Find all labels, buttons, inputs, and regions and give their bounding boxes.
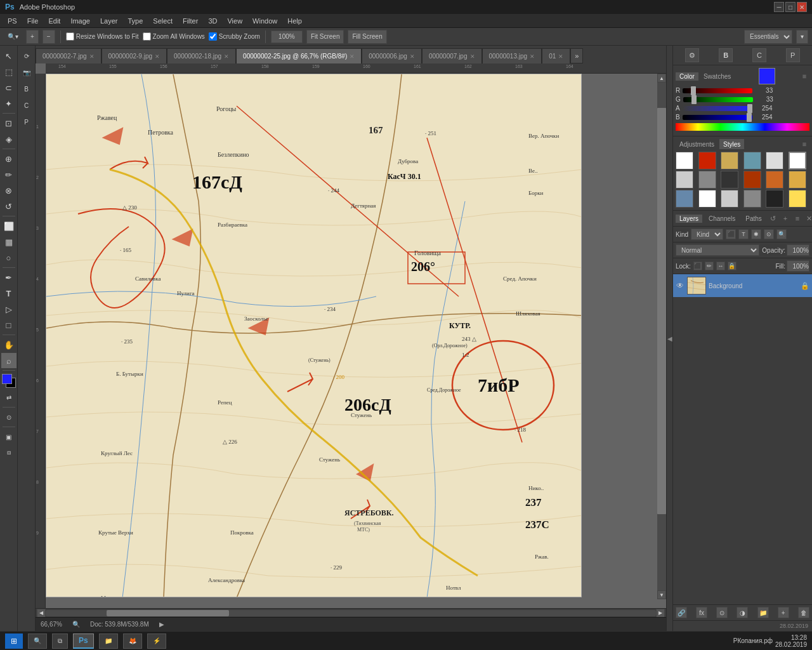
filter-smart-icon[interactable]: 🔍 — [776, 229, 787, 239]
move-tool[interactable]: ↖ — [1, 48, 16, 63]
zoom-all-windows-input[interactable] — [143, 32, 151, 41]
menu-help[interactable]: Help — [282, 16, 307, 26]
scroll-thumb-horizontal[interactable] — [107, 610, 228, 616]
style-dark-red[interactable] — [743, 171, 761, 189]
menu-image[interactable]: Image — [65, 16, 95, 26]
workspace-select[interactable]: Essentials — [744, 30, 792, 44]
workspace-dropdown-button[interactable]: ▾ — [796, 30, 808, 44]
style-dark[interactable] — [721, 171, 738, 189]
menu-3d[interactable]: 3D — [203, 16, 222, 26]
lock-all-icon[interactable]: 🔒 — [728, 262, 737, 270]
dodge-tool[interactable]: ○ — [1, 250, 16, 265]
tab-close-icon[interactable]: ✕ — [410, 53, 415, 60]
resize-windows-input[interactable] — [66, 32, 74, 41]
titlebar-controls[interactable]: ─ □ ✕ — [774, 2, 807, 12]
close-button[interactable]: ✕ — [797, 2, 807, 12]
fill-input[interactable] — [787, 260, 809, 272]
tab-close-icon[interactable]: ✕ — [224, 53, 229, 60]
lasso-tool[interactable]: ⊂ — [1, 80, 16, 95]
paths-tab[interactable]: Paths — [742, 215, 766, 223]
layer-visibility-icon[interactable]: 👁 — [676, 281, 684, 290]
scroll-right-button[interactable]: ▶ — [656, 609, 665, 618]
adjustments-tab[interactable]: Adjustments — [676, 139, 718, 149]
scroll-up-button[interactable]: ▲ — [657, 74, 666, 83]
tab-close-icon[interactable]: ✕ — [89, 53, 95, 60]
panel-collapse-button[interactable]: ◀ — [666, 46, 672, 631]
rt-icon-curves[interactable]: C — [752, 48, 766, 62]
eraser-tool[interactable]: ⬜ — [1, 218, 16, 234]
taskbar-firefox[interactable]: 🦊 — [123, 633, 142, 649]
vertical-scrollbar[interactable]: ▲ ▼ — [657, 74, 666, 599]
style-very-dark[interactable] — [766, 190, 783, 208]
tab-file5[interactable]: 00000006.jpg ✕ — [362, 48, 422, 63]
zoom-level-input[interactable] — [271, 30, 303, 43]
tabs-overflow-button[interactable]: » — [570, 48, 583, 63]
scroll-thumb-vertical[interactable] — [657, 108, 666, 514]
zoom-all-windows-checkbox[interactable]: Zoom All Windows — [143, 32, 205, 41]
tab-close-icon[interactable]: ✕ — [530, 53, 535, 60]
fill-screen-button[interactable]: Fill Screen — [348, 30, 386, 44]
adj-panel-menu-icon[interactable]: ≡ — [799, 139, 809, 149]
clone-tool[interactable]: ⊗ — [1, 183, 16, 198]
style-light-gray2[interactable] — [676, 171, 693, 189]
style-blue-gray[interactable] — [743, 152, 761, 169]
zoom-out-button[interactable]: − — [43, 30, 55, 44]
lock-pos-icon[interactable]: ✏ — [705, 262, 714, 270]
horizontal-scrollbar[interactable]: ◀ ▶ — [36, 608, 666, 617]
tab-close-icon[interactable]: ✕ — [350, 53, 355, 60]
style-gold[interactable] — [789, 190, 806, 208]
add-style-button[interactable]: fx — [696, 607, 707, 618]
tab-close-icon[interactable]: ✕ — [470, 53, 475, 60]
resize-windows-checkbox[interactable]: Resize Windows to Fit — [66, 32, 139, 41]
scroll-track-horizontal[interactable] — [46, 610, 656, 616]
cursor-icon[interactable]: C — [19, 98, 34, 113]
brush-tool[interactable]: ✏ — [1, 167, 16, 182]
swatches-tab[interactable]: Swatches — [700, 72, 735, 81]
tab-file7[interactable]: 00000013.jpg ✕ — [482, 48, 542, 63]
style-mid-gray[interactable] — [698, 171, 716, 189]
minimize-button[interactable]: ─ — [774, 2, 784, 12]
marquee-tool[interactable]: ⬚ — [1, 64, 16, 79]
scroll-track-vertical[interactable] — [657, 83, 666, 590]
menu-filter[interactable]: Filter — [178, 16, 203, 26]
style-light-gray[interactable] — [766, 152, 783, 169]
history-brush-tool[interactable]: ↺ — [1, 199, 16, 214]
styles-tab[interactable]: Styles — [719, 139, 744, 149]
spectrum-bar[interactable] — [676, 123, 809, 131]
style-white2[interactable] — [789, 152, 806, 169]
scrubby-zoom-input[interactable] — [209, 32, 217, 41]
filter-type-icon[interactable]: ✱ — [751, 229, 761, 239]
style-tan[interactable] — [721, 152, 738, 169]
tab-close-icon[interactable]: ✕ — [155, 53, 160, 60]
filter-shape-icon[interactable]: ⊙ — [764, 229, 774, 239]
status-arrow[interactable]: ▶ — [159, 621, 164, 628]
taskbar-search[interactable]: 🔍 — [28, 633, 47, 649]
new-group-button[interactable]: 📁 — [757, 607, 769, 618]
layers-tab[interactable]: Layers — [676, 215, 702, 223]
delete-layer-button[interactable]: 🗑 — [798, 607, 809, 618]
menu-file[interactable]: File — [22, 16, 44, 26]
new-adjustment-button[interactable]: ◑ — [737, 607, 748, 618]
shape-tool[interactable]: □ — [1, 317, 16, 333]
opacity-input[interactable] — [787, 244, 809, 256]
taskbar-app4[interactable]: ⚡ — [147, 633, 166, 649]
lock-pixel-icon[interactable]: ⬛ — [693, 262, 702, 270]
magic-wand-tool[interactable]: ✦ — [1, 96, 16, 111]
taskbar-explorer[interactable]: 📁 — [99, 633, 118, 649]
screen-mode2-btn[interactable]: ⧈ — [1, 445, 16, 460]
menu-edit[interactable]: Edit — [43, 16, 65, 26]
zoom-tool[interactable]: ⌕ — [1, 353, 16, 368]
tab-file6[interactable]: 00000007.jpg ✕ — [422, 48, 482, 63]
style-steel-blue[interactable] — [676, 190, 693, 208]
tab-file1[interactable]: 00000002-7.jpg ✕ — [36, 48, 102, 63]
layers-menu-icon[interactable]: ≡ — [792, 213, 802, 223]
canvas-container[interactable]: 1 2 3 4 5 6 7 8 9 — [36, 74, 666, 608]
style-white3[interactable] — [698, 190, 716, 208]
lock-move-icon[interactable]: ↔ — [716, 262, 725, 270]
crop-tool[interactable]: ⊡ — [1, 116, 16, 131]
filter-pixel-icon[interactable]: ⬛ — [726, 229, 736, 239]
style-orange[interactable] — [766, 171, 783, 189]
blend-mode-select[interactable]: Normal Multiply Screen — [676, 244, 759, 256]
quick-mask-btn[interactable]: ⊙ — [1, 409, 16, 425]
scrubby-zoom-checkbox[interactable]: Scrubby Zoom — [209, 32, 260, 41]
